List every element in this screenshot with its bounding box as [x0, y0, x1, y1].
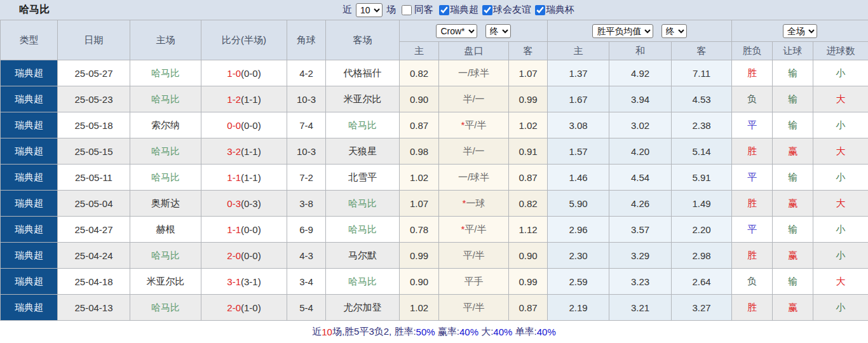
eu-draw-odds: 3.21 — [609, 295, 672, 321]
date-cell: 25-04-27 — [58, 217, 130, 243]
result-cell: 胜 — [732, 60, 773, 86]
handicap-result-cell: 输 — [773, 165, 813, 191]
corners-cell: 3-8 — [287, 191, 326, 217]
matches-label: 场 — [386, 4, 396, 16]
ah-home-odds: 0.82 — [400, 60, 439, 86]
goals-result-cell: 小 — [813, 295, 868, 321]
match-row: 瑞典超25-04-27赫根1-1(0-0)6-9哈马比0.78*平/半1.122… — [1, 217, 868, 243]
recent-label: 近 — [342, 4, 352, 16]
bookmaker-select[interactable]: Crow* — [436, 24, 477, 38]
scope-select[interactable]: 全场 — [783, 24, 817, 38]
date-cell: 25-04-24 — [58, 243, 130, 269]
eu-away-odds: 2.20 — [672, 217, 732, 243]
filter-label-1: 球会友谊 — [493, 4, 531, 15]
league-filters: 瑞典超球会友谊瑞典杯 — [435, 4, 574, 16]
ah-line-cell: 平/半 — [439, 295, 509, 321]
subheader-eu-draw: 和 — [609, 42, 672, 60]
home-team-cell: 哈马比 — [130, 243, 201, 269]
eu-draw-odds: 4.54 — [609, 165, 672, 191]
handicap-result-cell: 输 — [773, 86, 813, 112]
same-venue-checkbox[interactable] — [402, 5, 412, 15]
footer-segment-5: 40% — [459, 326, 478, 337]
odds-type-select[interactable]: 胜平负均值 — [592, 24, 653, 38]
odds-time-select[interactable]: 终 — [661, 24, 687, 38]
ah-away-odds: 0.82 — [509, 191, 548, 217]
match-row: 瑞典超25-04-24哈马比2-0(0-0)4-3马尔默0.99平/半0.902… — [1, 243, 868, 269]
eu-home-odds: 1.67 — [548, 86, 609, 112]
match-row: 瑞典超25-05-15哈马比3-2(1-1)10-3天狼星0.98半/一0.91… — [1, 138, 868, 165]
header-corners: 角球 — [287, 20, 326, 60]
away-team-cell: 哈马比 — [326, 269, 400, 295]
result-cell: 胜 — [732, 191, 773, 217]
filter-label-2: 瑞典杯 — [546, 4, 574, 15]
ah-line-cell: 平/半 — [439, 243, 509, 269]
home-team-cell: 哈马比 — [130, 165, 201, 191]
eu-draw-odds: 3.23 — [609, 269, 672, 295]
subheader-ah-home: 主 — [400, 42, 439, 60]
match-row: 瑞典超25-05-23哈马比1-2(1-1)10-3米亚尔比0.90半/一0.9… — [1, 86, 868, 112]
league-cell: 瑞典超 — [1, 60, 58, 86]
league-cell: 瑞典超 — [1, 112, 58, 138]
footer-segment-6: 大: — [478, 326, 493, 338]
subheader-ah-line: 盘口 — [439, 42, 509, 60]
result-cell: 平 — [732, 165, 773, 191]
corners-cell: 5-4 — [287, 295, 326, 321]
filter-controls: 近 10 场 同客 瑞典超球会友谊瑞典杯 — [342, 3, 574, 17]
league-cell: 瑞典超 — [1, 86, 58, 112]
score-cell: 2-0(0-0) — [201, 243, 287, 269]
result-cell: 胜 — [732, 138, 773, 165]
eu-home-odds: 2.30 — [548, 243, 609, 269]
ah-away-odds: 1.02 — [509, 112, 548, 138]
away-team-cell: 马尔默 — [326, 243, 400, 269]
ah-home-odds: 1.07 — [400, 191, 439, 217]
handicap-result-cell: 赢 — [773, 191, 813, 217]
eu-away-odds: 3.27 — [672, 295, 732, 321]
filter-checkbox-0[interactable] — [439, 5, 449, 15]
ah-away-odds: 0.90 — [509, 243, 548, 269]
handicap-time-select[interactable]: 终 — [485, 24, 511, 38]
league-cell: 瑞典超 — [1, 191, 58, 217]
score-cell: 1-1(1-1) — [201, 165, 287, 191]
eu-draw-odds: 3.94 — [609, 86, 672, 112]
eu-away-odds: 5.91 — [672, 165, 732, 191]
score-cell: 0-0(0-0) — [201, 112, 287, 138]
ah-line-cell: *平/半 — [439, 217, 509, 243]
result-cell: 平 — [732, 112, 773, 138]
date-cell: 25-05-18 — [58, 112, 130, 138]
ah-home-odds: 1.02 — [400, 295, 439, 321]
header-score: 比分(半场) — [201, 20, 287, 60]
goals-result-cell: 小 — [813, 60, 868, 86]
date-cell: 25-05-15 — [58, 138, 130, 165]
handicap-result-cell: 赢 — [773, 295, 813, 321]
date-cell: 25-04-13 — [58, 295, 130, 321]
date-cell: 25-05-23 — [58, 86, 130, 112]
ah-away-odds: 0.87 — [509, 295, 548, 321]
away-team-cell: 尤尔加登 — [326, 295, 400, 321]
eu-draw-odds: 4.26 — [609, 191, 672, 217]
filter-checkbox-2[interactable] — [535, 5, 545, 15]
handicap-result-cell: 输 — [773, 112, 813, 138]
handicap-group-header: Crow* 终 — [400, 20, 548, 42]
ah-line-cell: *一球 — [439, 191, 509, 217]
filter-checkbox-1[interactable] — [482, 5, 492, 15]
date-cell: 25-05-11 — [58, 165, 130, 191]
subheader-ah-away: 客 — [509, 42, 548, 60]
footer-segment-4: 赢率: — [435, 326, 459, 338]
recent-count-select[interactable]: 10 — [356, 3, 383, 17]
eu-home-odds: 1.57 — [548, 138, 609, 165]
ah-away-odds: 1.07 — [509, 60, 548, 86]
ah-away-odds: 0.99 — [509, 86, 548, 112]
eu-home-odds: 5.90 — [548, 191, 609, 217]
goals-result-cell: 大 — [813, 86, 868, 112]
eu-draw-odds: 4.92 — [609, 60, 672, 86]
score-cell: 3-2(1-1) — [201, 138, 287, 165]
eu-home-odds: 2.59 — [548, 269, 609, 295]
summary-footer: 近10场,胜5平3负2, 胜率:50% 赢率:40% 大:40% 单率:40% — [0, 321, 868, 343]
ah-line-cell: 半/一 — [439, 86, 509, 112]
footer-segment-7: 40% — [493, 326, 512, 337]
footer-segment-9: 40% — [537, 326, 556, 337]
handicap-result-cell: 赢 — [773, 138, 813, 165]
home-team-cell: 奥斯达 — [130, 191, 201, 217]
handicap-result-cell: 赢 — [773, 243, 813, 269]
ah-line-cell: 一/球半 — [439, 165, 509, 191]
